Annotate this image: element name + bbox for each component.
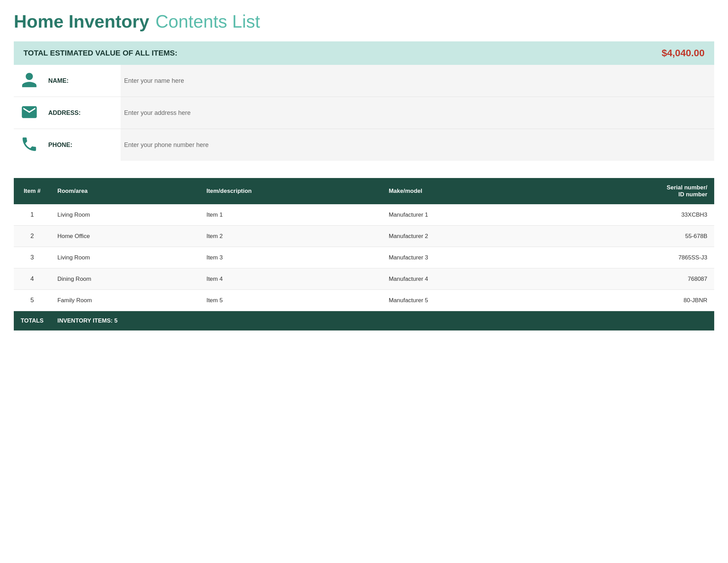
footer-summary: INVENTORY ITEMS: 5	[50, 311, 714, 331]
col-item-num: Item #	[14, 178, 50, 204]
col-room: Room/area	[50, 178, 199, 204]
col-make-model: Make/model	[382, 178, 546, 204]
cell-room: Living Room	[50, 204, 199, 226]
info-value[interactable]: Enter your phone number here	[121, 129, 714, 161]
cell-serial: 80-JBNR	[546, 290, 714, 311]
cell-room: Living Room	[50, 247, 199, 268]
page-title-home: Home Inventory	[14, 11, 149, 32]
cell-room: Dining Room	[50, 268, 199, 290]
table-row: 3 Living Room Item 3 Manufacturer 3 7865…	[14, 247, 714, 268]
cell-room: Home Office	[50, 226, 199, 247]
table-row: 5 Family Room Item 5 Manufacturer 5 80-J…	[14, 290, 714, 311]
info-label: PHONE:	[45, 129, 121, 161]
page-header: Home Inventory Contents List	[14, 11, 714, 32]
cell-make-model: Manufacturer 4	[382, 268, 546, 290]
cell-make-model: Manufacturer 5	[382, 290, 546, 311]
person-icon	[14, 65, 45, 97]
cell-description: Item 1	[200, 204, 382, 226]
info-row: PHONE: Enter your phone number here	[14, 129, 714, 161]
cell-item-num: 5	[14, 290, 50, 311]
inventory-table: Item # Room/area Item/description Make/m…	[14, 178, 714, 330]
info-label: NAME:	[45, 65, 121, 97]
cell-item-num: 3	[14, 247, 50, 268]
cell-serial: 55-678B	[546, 226, 714, 247]
info-table: NAME: Enter your name here ADDRESS: Ente…	[14, 65, 714, 161]
table-footer: TOTALS INVENTORY ITEMS: 5	[14, 311, 714, 331]
info-row: NAME: Enter your name here	[14, 65, 714, 97]
cell-description: Item 2	[200, 226, 382, 247]
info-value[interactable]: Enter your name here	[121, 65, 714, 97]
cell-item-num: 4	[14, 268, 50, 290]
info-row: ADDRESS: Enter your address here	[14, 97, 714, 129]
col-serial: Serial number/ID number	[546, 178, 714, 204]
cell-make-model: Manufacturer 2	[382, 226, 546, 247]
cell-description: Item 3	[200, 247, 382, 268]
cell-item-num: 1	[14, 204, 50, 226]
table-row: 4 Dining Room Item 4 Manufacturer 4 7680…	[14, 268, 714, 290]
inventory-body: 1 Living Room Item 1 Manufacturer 1 33XC…	[14, 204, 714, 311]
phone-icon	[14, 129, 45, 161]
cell-room: Family Room	[50, 290, 199, 311]
cell-make-model: Manufacturer 1	[382, 204, 546, 226]
table-row: 2 Home Office Item 2 Manufacturer 2 55-6…	[14, 226, 714, 247]
total-banner: TOTAL ESTIMATED VALUE OF ALL ITEMS: $4,0…	[14, 41, 714, 65]
cell-serial: 768087	[546, 268, 714, 290]
cell-serial: 7865SS-J3	[546, 247, 714, 268]
cell-description: Item 4	[200, 268, 382, 290]
cell-make-model: Manufacturer 3	[382, 247, 546, 268]
cell-serial: 33XCBH3	[546, 204, 714, 226]
table-row: 1 Living Room Item 1 Manufacturer 1 33XC…	[14, 204, 714, 226]
footer-totals-label: TOTALS	[14, 311, 50, 331]
total-value: $4,040.00	[661, 48, 705, 59]
total-label: TOTAL ESTIMATED VALUE OF ALL ITEMS:	[23, 49, 661, 58]
envelope-icon	[14, 97, 45, 129]
page-title-contents: Contents List	[155, 11, 260, 32]
col-description: Item/description	[200, 178, 382, 204]
table-header: Item # Room/area Item/description Make/m…	[14, 178, 714, 204]
info-label: ADDRESS:	[45, 97, 121, 129]
info-value[interactable]: Enter your address here	[121, 97, 714, 129]
cell-description: Item 5	[200, 290, 382, 311]
cell-item-num: 2	[14, 226, 50, 247]
